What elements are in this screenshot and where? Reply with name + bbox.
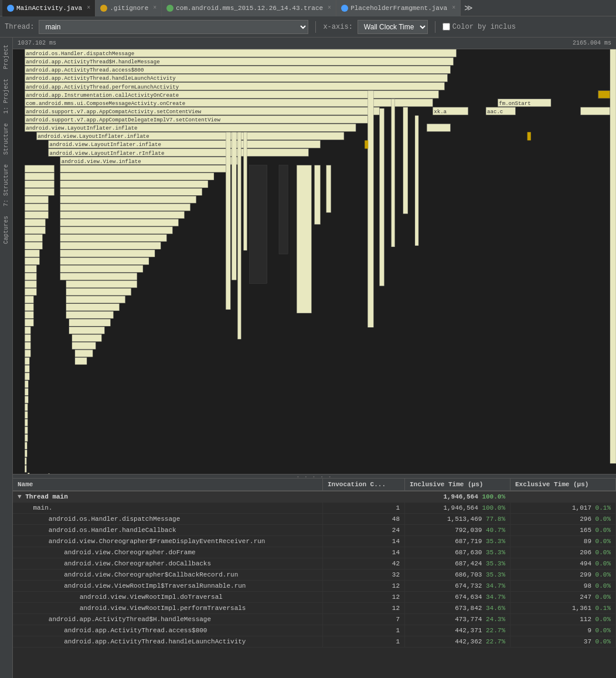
svg-rect-109 <box>232 132 236 280</box>
svg-text:android.view.LayoutInflater.in: android.view.LayoutInflater.inflate <box>26 125 137 131</box>
cell-name: android.os.Handler.handleCallback <box>13 525 323 535</box>
side-item-1-project[interactable]: 1: Project <box>2 74 11 118</box>
table-row[interactable]: android.view.Choreographer$FrameDisplayE… <box>13 536 616 547</box>
cell-name: android.view.Choreographer$FrameDisplayE… <box>13 536 323 547</box>
svg-rect-67 <box>25 196 48 203</box>
table-row[interactable]: android.view.Choreographer.doFrame14687,… <box>13 547 616 558</box>
svg-rect-125 <box>527 132 531 140</box>
table-row[interactable]: android.app.ActivityThread$H.handleMessa… <box>13 614 616 625</box>
svg-rect-123 <box>610 49 616 463</box>
svg-text:fm.onStart: fm.onStart <box>499 100 530 107</box>
svg-rect-66 <box>25 188 54 195</box>
col-name[interactable]: Name <box>13 479 323 490</box>
cell-name: android.view.ViewRootImpl.performTravers… <box>13 603 323 613</box>
svg-rect-86 <box>25 342 30 349</box>
tab-close-placeholder[interactable]: × <box>452 5 455 11</box>
svg-rect-98 <box>25 435 28 442</box>
svg-rect-37 <box>60 165 226 172</box>
side-item-project[interactable]: Project <box>2 40 11 74</box>
col-inclusive[interactable]: Inclusive Time (µs) <box>405 479 511 490</box>
svg-text:android.app.Instrumentation.ca: android.app.Instrumentation.callActivity… <box>26 92 179 99</box>
cell-name: android.view.ViewRootImpl$TraversalRunna… <box>13 581 323 591</box>
svg-rect-122 <box>415 116 418 246</box>
svg-rect-73 <box>25 242 42 249</box>
table-row[interactable]: android.view.ViewRootImpl.doTraversal126… <box>13 592 616 603</box>
svg-rect-83 <box>25 319 33 326</box>
toolbar-divider-2 <box>435 21 435 33</box>
cell-inclusive: 1,946,564 100.0% <box>405 503 511 513</box>
cell-exclusive <box>511 491 616 502</box>
table-row[interactable]: android.os.Handler.dispatchMessage481,51… <box>13 514 616 525</box>
table-row[interactable]: main.11,946,564 100.0%1,017 0.1% <box>13 503 616 514</box>
tab-close-main-activity[interactable]: × <box>87 5 90 11</box>
table-row[interactable]: android.os.Handler.handleCallback24792,0… <box>13 525 616 536</box>
cell-inclusive: 674,732 34.7% <box>405 581 511 591</box>
svg-text:android.support.v7.app.AppComp: android.support.v7.app.AppCompatActivity… <box>26 109 202 115</box>
table-row[interactable]: android.view.ViewRootImpl$TraversalRunna… <box>13 581 616 592</box>
tab-main-activity[interactable]: MainActivity.java × <box>2 0 96 16</box>
svg-rect-81 <box>25 304 33 311</box>
splitter[interactable]: • • • • • <box>13 474 616 479</box>
svg-rect-63 <box>25 165 54 172</box>
cell-exclusive: 165 0.0% <box>511 525 616 535</box>
svg-rect-54 <box>66 296 125 303</box>
tab-bar: MainActivity.java × .gitignore × com.and… <box>0 0 616 16</box>
tree-expand-icon[interactable]: ▼ <box>18 493 25 500</box>
cell-invocation: 48 <box>323 514 405 524</box>
xaxis-select[interactable]: Wall Clock Time <box>358 20 428 34</box>
tab-close-gitignore[interactable]: × <box>153 5 156 11</box>
svg-rect-55 <box>66 304 120 311</box>
main-layout: Project 1: Project Structure 7: Structur… <box>0 38 616 678</box>
cell-inclusive: 1,513,469 77.8% <box>405 514 511 524</box>
col-invocation[interactable]: Invocation C... <box>323 479 405 490</box>
side-item-captures[interactable]: Captures <box>2 211 11 249</box>
svg-rect-111 <box>243 132 247 250</box>
table-row[interactable]: android.view.Choreographer.doCallbacks42… <box>13 558 616 569</box>
toolbar-divider-1 <box>315 21 316 33</box>
svg-text:android.support.v7.app.AppComp: android.support.v7.app.AppCompatDelegate… <box>26 117 220 123</box>
flame-graph[interactable]: android.os.Handler.dispatchMessage andro… <box>13 49 616 474</box>
color-by-checkbox[interactable] <box>443 23 450 30</box>
table-row[interactable]: android.app.ActivityThread.handleLaunchA… <box>13 636 616 648</box>
thread-select[interactable]: main <box>39 20 308 34</box>
svg-rect-93 <box>25 396 28 403</box>
cell-name: android.os.Handler.dispatchMessage <box>13 514 323 524</box>
tab-close-trace[interactable]: × <box>328 5 331 11</box>
table-row[interactable]: android.view.Choreographer$CallbackRecor… <box>13 569 616 581</box>
tab-placeholder[interactable]: PlaceholderFramgment.java × <box>336 0 461 16</box>
svg-rect-112 <box>28 473 29 474</box>
table-row[interactable]: android.app.ActivityThread.access$800144… <box>13 625 616 636</box>
flame-svg: android.os.Handler.dispatchMessage andro… <box>13 49 616 474</box>
svg-rect-61 <box>75 350 93 357</box>
svg-rect-49 <box>60 257 149 265</box>
cell-inclusive: 1,946,564 100.0% <box>405 491 511 502</box>
cell-name: android.app.ActivityThread.access$800 <box>13 625 323 636</box>
table-row[interactable]: android.view.ViewRootImpl.performTravers… <box>13 603 616 614</box>
svg-rect-85 <box>25 334 30 341</box>
side-item-7-structure[interactable]: 7: Structure <box>2 160 11 211</box>
svg-rect-103 <box>250 165 267 284</box>
cell-exclusive: 206 0.0% <box>511 547 616 558</box>
cell-invocation: 12 <box>323 592 405 602</box>
svg-text:android.view.LayoutInflater.in: android.view.LayoutInflater.inflate <box>50 141 161 148</box>
table-row[interactable]: ▼ Thread main1,946,564 100.0% <box>13 491 616 503</box>
table-section[interactable]: Name Invocation C... Inclusive Time (µs)… <box>13 479 616 678</box>
svg-rect-101 <box>25 457 26 465</box>
flame-chart-container[interactable]: 1037.102 ms 2165.004 ms android.os.Handl… <box>13 38 616 474</box>
side-item-structure[interactable]: Structure <box>2 118 11 160</box>
tab-trace[interactable]: com.android.mms_2015.12.26_14.43.trace × <box>162 0 336 16</box>
tab-gitignore[interactable]: .gitignore × <box>96 0 162 16</box>
cell-invocation: 14 <box>323 536 405 547</box>
cell-invocation: 1 <box>323 636 405 647</box>
color-by-checkbox-container: Color by inclus <box>443 23 516 31</box>
svg-rect-79 <box>25 289 36 296</box>
more-tabs-icon[interactable]: ≫ <box>461 3 477 13</box>
cell-invocation: 1 <box>323 625 405 636</box>
cell-inclusive: 687,630 35.3% <box>405 547 511 558</box>
tab-label-main-activity: MainActivity.java <box>16 5 82 12</box>
svg-rect-51 <box>60 273 137 280</box>
cell-name: android.view.ViewRootImpl.doTraversal <box>13 592 323 602</box>
svg-rect-72 <box>25 235 42 242</box>
col-exclusive[interactable]: Exclusive Time (µs) <box>511 479 616 490</box>
ruler-end: 2165.004 ms <box>573 40 611 46</box>
